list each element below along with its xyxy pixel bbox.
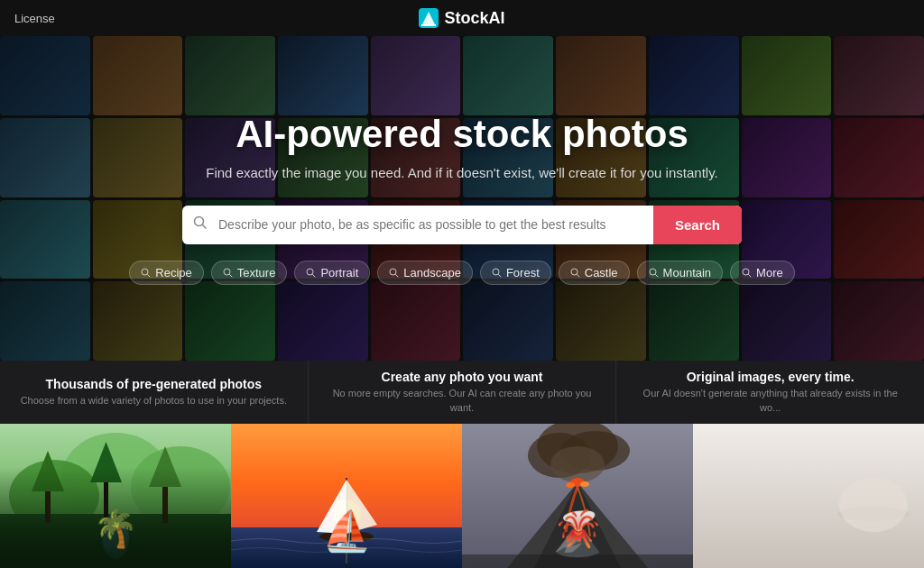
photo-grid xyxy=(0,424,924,568)
hero-subtitle: Find exactly the image you need. And if … xyxy=(206,165,717,180)
svg-line-11 xyxy=(313,274,316,277)
svg-point-55 xyxy=(839,478,908,532)
tag-recipe-label: Recipe xyxy=(155,266,191,279)
feature-pregen-desc: Choose from a wide variety of photos to … xyxy=(21,394,287,408)
tag-landscape[interactable]: Landscape xyxy=(377,261,473,285)
photo-jungle[interactable] xyxy=(0,424,231,568)
navbar: License StockAI xyxy=(0,0,924,36)
search-button[interactable]: Search xyxy=(653,206,742,244)
svg-line-17 xyxy=(577,274,579,277)
svg-point-50 xyxy=(566,482,575,488)
feature-original-desc: Our AI doesn't generate anything that al… xyxy=(634,387,906,415)
tag-mountain-label: Mountain xyxy=(663,266,711,279)
tag-castle-label: Castle xyxy=(585,266,618,279)
photo-light[interactable] xyxy=(693,424,924,568)
search-bar: Search xyxy=(182,206,742,244)
svg-line-15 xyxy=(498,274,501,277)
hero-section: AI-powered stock photos Find exactly the… xyxy=(0,36,924,361)
tag-forest[interactable]: Forest xyxy=(480,261,551,285)
tag-recipe[interactable]: Recipe xyxy=(129,261,203,285)
tag-portrait-label: Portrait xyxy=(320,266,358,279)
svg-rect-30 xyxy=(162,473,168,523)
feature-create-title: Create any photo you want xyxy=(382,370,543,384)
tag-mountain[interactable]: Mountain xyxy=(637,261,723,285)
hero-title: AI-powered stock photos xyxy=(236,113,688,156)
feature-original: Original images, every time. Our AI does… xyxy=(616,361,924,424)
hero-content: AI-powered stock photos Find exactly the… xyxy=(0,36,924,361)
logo-text: StockAI xyxy=(444,9,504,28)
svg-rect-28 xyxy=(45,478,51,523)
svg-line-7 xyxy=(148,274,151,277)
svg-point-46 xyxy=(550,446,605,482)
svg-rect-32 xyxy=(104,469,108,518)
svg-point-20 xyxy=(743,269,749,275)
svg-point-6 xyxy=(142,269,148,275)
svg-point-14 xyxy=(493,269,499,275)
svg-line-5 xyxy=(203,225,207,229)
feature-original-title: Original images, every time. xyxy=(687,370,855,384)
svg-point-51 xyxy=(580,481,589,487)
tag-forest-label: Forest xyxy=(506,266,540,279)
feature-pregen: Thousands of pre-generated photos Choose… xyxy=(0,361,309,424)
svg-point-37 xyxy=(319,531,374,542)
feature-pregen-title: Thousands of pre-generated photos xyxy=(46,377,263,391)
tag-texture-label: Texture xyxy=(237,266,276,279)
search-input[interactable] xyxy=(218,206,653,243)
svg-line-19 xyxy=(655,274,658,277)
svg-point-8 xyxy=(224,269,230,275)
search-bar-icon xyxy=(182,215,218,234)
logo: StockAI xyxy=(419,8,504,28)
tag-portrait[interactable]: Portrait xyxy=(294,261,370,285)
svg-point-18 xyxy=(650,269,656,275)
tag-texture[interactable]: Texture xyxy=(211,261,288,285)
svg-point-24 xyxy=(9,460,99,532)
svg-point-10 xyxy=(307,269,313,275)
svg-rect-52 xyxy=(462,554,693,568)
tag-landscape-label: Landscape xyxy=(403,266,461,279)
svg-point-16 xyxy=(571,269,578,275)
feature-create: Create any photo you want No more empty … xyxy=(309,361,617,424)
svg-point-27 xyxy=(102,514,129,559)
svg-line-13 xyxy=(396,274,399,277)
svg-point-12 xyxy=(390,269,396,275)
photo-sailboat[interactable] xyxy=(231,424,462,568)
tag-castle[interactable]: Castle xyxy=(559,261,630,285)
tag-more[interactable]: More xyxy=(730,261,795,285)
svg-rect-26 xyxy=(0,514,231,568)
license-link[interactable]: License xyxy=(14,12,55,25)
suggestion-tags: Recipe Texture Portrait Landscape Forest… xyxy=(129,261,794,285)
svg-point-23 xyxy=(61,433,170,523)
tag-more-label: More xyxy=(756,266,783,279)
photo-volcano[interactable] xyxy=(462,424,693,568)
features-strip: Thousands of pre-generated photos Choose… xyxy=(0,361,924,424)
svg-line-9 xyxy=(229,274,232,277)
svg-line-21 xyxy=(749,274,752,277)
svg-point-25 xyxy=(131,446,230,527)
logo-icon xyxy=(419,8,439,28)
feature-create-desc: No more empty searches. Our AI can creat… xyxy=(327,387,598,415)
